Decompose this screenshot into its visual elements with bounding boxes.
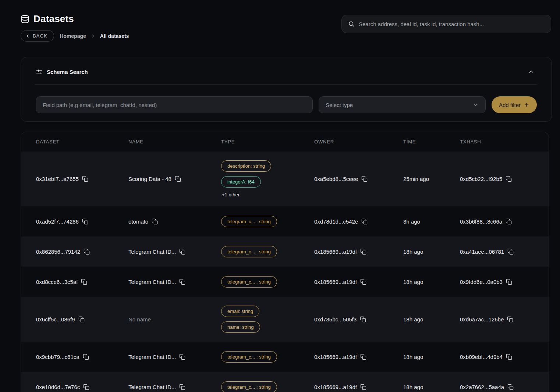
type-cell: email: stringname: string: [221, 297, 314, 342]
schema-search-title: Schema Search: [47, 69, 88, 75]
type-select[interactable]: Select type: [319, 96, 486, 113]
txhash-cell: 0x9fdd6e...0a0b3: [460, 279, 549, 285]
page-title: Datasets: [33, 13, 74, 25]
name-cell: No name: [128, 316, 221, 322]
type-badge: name: string: [221, 321, 260, 333]
table-row[interactable]: 0xd8cce6...3c5af Telegram Chat ID... tel…: [21, 267, 549, 297]
column-header-type: TYPE: [221, 139, 314, 145]
dataset-name: Telegram Chat ID...: [128, 384, 176, 390]
copy-icon[interactable]: [507, 316, 513, 322]
time-cell: 3h ago: [403, 218, 460, 225]
table-row[interactable]: 0x6cff5c...086f9 No name email: stringna…: [21, 297, 549, 342]
type-badge: description: string: [221, 160, 271, 172]
copy-icon[interactable]: [78, 316, 85, 322]
add-filter-button[interactable]: Add filter: [492, 96, 537, 113]
copy-icon[interactable]: [82, 176, 88, 182]
type-cell: telegram_c... : string: [221, 342, 314, 371]
database-icon: [21, 15, 29, 24]
type-select-value: Select type: [326, 102, 353, 108]
owner-cell: 0x185669...a19df: [314, 249, 403, 255]
copy-icon[interactable]: [507, 249, 514, 255]
copy-icon[interactable]: [179, 384, 185, 390]
field-path-input[interactable]: [36, 96, 313, 113]
copy-icon[interactable]: [81, 279, 87, 285]
copy-icon[interactable]: [83, 384, 89, 390]
copy-icon[interactable]: [179, 354, 185, 360]
copy-icon[interactable]: [360, 316, 366, 322]
name-cell: Scoring Data - 48: [128, 176, 221, 182]
dataset-cell: 0x862856...79142: [36, 249, 128, 255]
copy-icon[interactable]: [506, 279, 512, 285]
type-cell: telegram_c... : string: [221, 207, 314, 236]
copy-icon[interactable]: [361, 218, 368, 225]
time-cell: 25min ago: [403, 176, 460, 182]
collapse-panel-button[interactable]: [527, 68, 535, 76]
name-cell: Telegram Chat ID...: [128, 279, 221, 285]
time-cell: 18h ago: [403, 279, 460, 285]
dataset-address: 0x9cbb79...c61ca: [36, 354, 79, 360]
table-row[interactable]: 0x862856...79142 Telegram Chat ID... tel…: [21, 236, 549, 267]
copy-icon[interactable]: [360, 249, 366, 255]
txhash-cell: 0x3b6f88...8c66a: [460, 218, 549, 225]
txhash-value: 0xa41aee...06781: [460, 249, 504, 255]
name-cell: Telegram Chat ID...: [128, 249, 221, 255]
owner-address: 0xd735bc...505f3: [314, 316, 357, 322]
dataset-name: Telegram Chat ID...: [128, 249, 176, 255]
type-cell: telegram_c... : string: [221, 267, 314, 296]
copy-icon[interactable]: [507, 384, 514, 390]
owner-address: 0xa5ebd8...5ceee: [314, 176, 358, 182]
type-badge: telegram_c... : string: [221, 351, 277, 363]
owner-cell: 0x185669...a19df: [314, 354, 403, 360]
copy-icon[interactable]: [179, 249, 185, 255]
txhash-value: 0xd5cb22...f92b5: [460, 176, 502, 182]
table-row[interactable]: 0x31ebf7...a7655 Scoring Data - 48 descr…: [21, 152, 549, 206]
back-button[interactable]: BACK: [21, 30, 54, 42]
copy-icon[interactable]: [360, 384, 366, 390]
copy-icon[interactable]: [360, 354, 366, 360]
txhash-value: 0x2a7662...5aa4a: [460, 384, 504, 390]
copy-icon[interactable]: [506, 176, 512, 182]
table-row[interactable]: 0xe18d6d...7e76c Telegram Chat ID... tel…: [21, 372, 549, 392]
owner-address: 0xd78d1d...c542e: [314, 218, 358, 225]
dataset-address: 0xad52f7...74286: [36, 218, 79, 225]
column-header-time: TIME: [403, 139, 460, 145]
table-row[interactable]: 0xad52f7...74286 otomato telegram_c... :…: [21, 206, 549, 236]
dataset-address: 0xd8cce6...3c5af: [36, 279, 78, 285]
copy-icon[interactable]: [179, 279, 185, 285]
copy-icon[interactable]: [82, 218, 88, 225]
copy-icon[interactable]: [506, 354, 512, 360]
type-cell: description: stringintegerA: f64+1 other: [221, 152, 314, 206]
copy-icon[interactable]: [83, 354, 89, 360]
time-value: 18h ago: [403, 316, 423, 322]
copy-icon[interactable]: [360, 279, 366, 285]
txhash-cell: 0xd5cb22...f92b5: [460, 176, 549, 182]
owner-cell: 0x185669...a19df: [314, 279, 403, 285]
owner-address: 0x185669...a19df: [314, 354, 357, 360]
type-badge: email: string: [221, 306, 259, 317]
dataset-name: No name: [128, 316, 151, 322]
name-cell: otomato: [128, 218, 221, 225]
breadcrumb-homepage[interactable]: Homepage: [60, 33, 86, 39]
table-row[interactable]: 0x9cbb79...c61ca Telegram Chat ID... tel…: [21, 342, 549, 372]
table-body: 0x31ebf7...a7655 Scoring Data - 48 descr…: [21, 152, 549, 392]
copy-icon[interactable]: [175, 176, 181, 182]
copy-icon[interactable]: [84, 249, 90, 255]
time-cell: 18h ago: [403, 249, 460, 255]
dataset-address: 0x31ebf7...a7655: [36, 176, 79, 182]
copy-icon[interactable]: [361, 176, 368, 182]
time-cell: 18h ago: [403, 384, 460, 390]
table-header: DATASET NAME TYPE OWNER TIME TXHASH: [21, 132, 549, 152]
type-cell: telegram_c... : string: [221, 373, 314, 392]
dataset-cell: 0xe18d6d...7e76c: [36, 384, 128, 390]
owner-cell: 0x185669...a19df: [314, 384, 403, 390]
time-value: 18h ago: [403, 249, 423, 255]
time-value: 18h ago: [403, 384, 423, 390]
copy-icon[interactable]: [152, 218, 158, 225]
owner-cell: 0xd735bc...505f3: [314, 316, 403, 322]
dataset-address: 0x862856...79142: [36, 249, 80, 255]
chevron-left-icon: [25, 33, 30, 39]
copy-icon[interactable]: [506, 218, 512, 225]
dataset-name: Scoring Data - 48: [128, 176, 171, 182]
txhash-cell: 0xa41aee...06781: [460, 249, 549, 255]
search-input[interactable]: [359, 21, 545, 27]
